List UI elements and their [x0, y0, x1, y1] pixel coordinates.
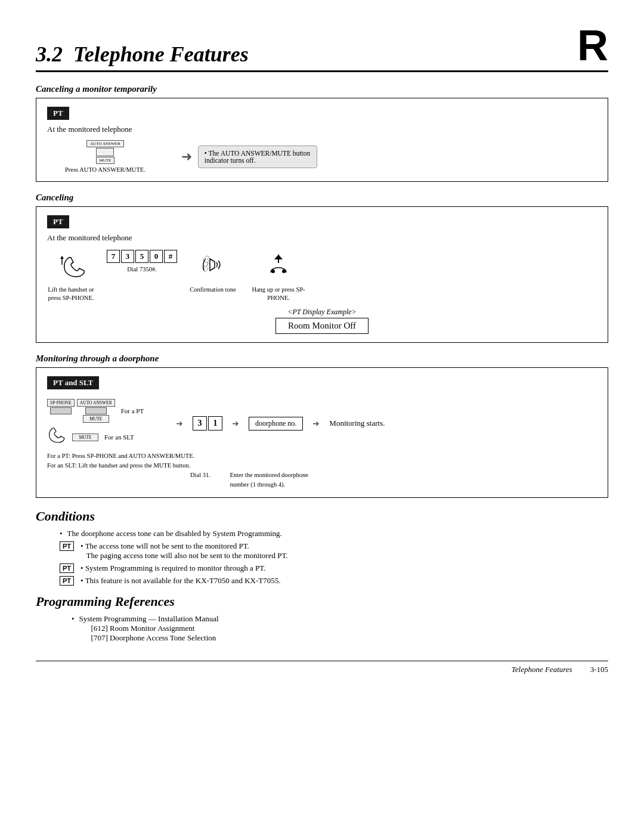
key-hash: #: [164, 250, 177, 263]
pt-btn-row: SP-PHONE AUTO ANSWER MUTE For a PT: [47, 399, 166, 423]
doorphone-caption-enter: Enter the monitored doorphone number (1 …: [230, 470, 308, 490]
step-3-label: Confirmation tone: [190, 286, 236, 294]
doorphone-dial-keys: 3 1: [193, 416, 222, 431]
auto-answer-btn-label: AUTO ANSWER: [86, 140, 123, 147]
hang-up-icon: [264, 250, 293, 283]
cancel-temp-diagram: AUTO ANSWER MUTE Press AUTO ANSWER/MUTE.: [65, 140, 145, 173]
display-example-label: <PT Display Example>: [47, 308, 597, 317]
auto-answer-diagram: AUTO ANSWER MUTE: [86, 140, 123, 164]
step-2-label: Dial 7350#.: [127, 265, 157, 274]
condition-1: • The doorphone access tone can be disab…: [60, 529, 608, 538]
step-2: 7 3 5 0 # Dial 7350#.: [107, 250, 177, 274]
prog-ref-heading: Programming References: [36, 594, 608, 609]
step-1-label: Lift the handset orpress SP-PHONE.: [48, 286, 94, 302]
section-heading-canceling: Canceling: [36, 193, 608, 203]
handset-icon-slt: [47, 426, 69, 448]
doorphone-caption-dial: Dial 31.: [190, 470, 210, 480]
step-4-label: Hang up or press SP-PHONE.: [249, 286, 308, 302]
condition-2: PT • The access tone will not be sent to…: [60, 541, 608, 561]
monitoring-starts: Monitoring starts.: [329, 419, 385, 428]
svg-point-4: [271, 270, 275, 273]
section-heading-cancel-temp: Canceling a monitor temporarily: [36, 84, 608, 94]
condition-3-text: • System Programming is required to moni…: [80, 563, 266, 573]
doorphone-no-container: doorphone no.: [249, 417, 303, 431]
mute-btn-bottom: MUTE: [72, 433, 98, 441]
sp-phone-btn: SP-PHONE: [47, 399, 75, 407]
display-box: Room Monitor Off: [275, 318, 369, 334]
doorphone-arrow: ➜: [176, 419, 183, 429]
doorphone-caption-slt: For an SLT: Lift the handset and press t…: [47, 461, 597, 470]
doorphone-dial: 3 1: [193, 416, 222, 431]
condition-4-text: • This feature is not available for the …: [80, 576, 280, 586]
condition-1-text: The doorphone access tone can be disable…: [67, 529, 282, 538]
footer-title: Telephone Features: [512, 665, 572, 674]
doorphone-caption-pt: For a PT: Press SP-PHONE and AUTO ANSWER…: [47, 451, 597, 461]
display-example: <PT Display Example> Room Monitor Off: [47, 308, 597, 334]
condition-4: PT • This feature is not available for t…: [60, 576, 608, 586]
pt-badge-3: PT: [60, 563, 74, 573]
prog-refs-content: • System Programming — Installation Manu…: [72, 614, 608, 643]
pt-buttons: SP-PHONE AUTO ANSWER MUTE: [47, 399, 115, 423]
page-footer: Telephone Features 3-105: [36, 661, 608, 674]
step-3: Confirmation tone: [189, 250, 237, 294]
key-0: 0: [150, 250, 163, 263]
cancel-callout-text: • The AUTO ANSWER/MUTE button indicator …: [205, 150, 310, 164]
for-pt-label: For a PT: [121, 407, 144, 414]
pt-slt-label: PT and SLT: [47, 376, 99, 389]
step-1: Lift the handset orpress SP-PHONE.: [47, 250, 95, 302]
page-header: 3.2 Telephone Features R: [36, 24, 608, 72]
handset-icon: [56, 250, 86, 283]
chapter-number: 3.2: [36, 42, 63, 67]
step-4: Hang up or press SP-PHONE.: [249, 250, 308, 302]
canceling-steps-row: Lift the handset orpress SP-PHONE. 7 3 5…: [47, 250, 597, 302]
canceling-box: PT At the monitored telephone Lift the h…: [36, 206, 608, 343]
dial-key-1: 1: [208, 416, 222, 431]
conditions-content: • The doorphone access tone can be disab…: [60, 529, 608, 586]
chapter-title: Telephone Features: [73, 42, 249, 67]
prog-ref-1: • System Programming — Installation Manu…: [72, 614, 608, 643]
key-5: 5: [135, 250, 148, 263]
canceling-subtitle: At the monitored telephone: [47, 233, 597, 243]
prog-ref-1-subitems: [612] Room Monitor Assignment [707] Door…: [91, 624, 219, 643]
pt-label-cancel-temp: PT: [47, 107, 69, 120]
section-heading-doorphone: Monitoring through a doorphone: [36, 354, 608, 364]
doorphone-left-panel: SP-PHONE AUTO ANSWER MUTE For a PT: [47, 399, 166, 448]
cancel-temp-subtitle: At the monitored telephone: [47, 125, 597, 134]
for-slt-label: For an SLT: [104, 433, 134, 441]
doorphone-box: PT and SLT SP-PHONE AUTO ANSWER MUTE Fo: [36, 367, 608, 498]
pt-badge-4: PT: [60, 576, 74, 586]
key-3: 3: [121, 250, 134, 263]
prog-ref-1-text: System Programming — Installation Manual: [79, 614, 219, 624]
condition-3: PT • System Programming is required to m…: [60, 563, 608, 573]
mute-btn-label: MUTE: [96, 157, 115, 164]
mute-btn-top: MUTE: [83, 415, 109, 423]
svg-point-5: [282, 270, 286, 273]
svg-marker-1: [60, 256, 64, 259]
doorphone-arrow-3: ➜: [312, 419, 320, 429]
cancel-temp-box: PT At the monitored telephone AUTO ANSWE…: [36, 98, 608, 182]
pt-label-canceling: PT: [47, 215, 69, 228]
confirmation-tone-icon: [198, 250, 228, 283]
prog-ref-subitem-1: [612] Room Monitor Assignment: [91, 624, 219, 633]
press-label: Press AUTO ANSWER/MUTE.: [65, 166, 145, 173]
footer-page: 3-105: [590, 665, 608, 674]
cancel-callout: • The AUTO ANSWER/MUTE button indicator …: [198, 145, 317, 168]
auto-answer-btn: AUTO ANSWER: [77, 399, 115, 407]
dial-key-3: 3: [193, 416, 207, 431]
key-7: 7: [107, 250, 120, 263]
pt-badge-2: PT: [60, 541, 74, 551]
doorphone-steps-row: SP-PHONE AUTO ANSWER MUTE For a PT: [47, 399, 597, 448]
doorphone-arrow-2: ➜: [232, 419, 239, 429]
slt-btn-row: MUTE For an SLT: [47, 426, 166, 448]
doorphone-no-box: doorphone no.: [249, 417, 303, 431]
chapter-letter: R: [577, 24, 608, 67]
prog-ref-subitem-2: [707] Doorphone Access Tone Selection: [91, 633, 219, 643]
dial-keys: 7 3 5 0 #: [107, 250, 177, 263]
condition-2-text: • The access tone will not be sent to th…: [80, 541, 288, 561]
doorphone-captions: For a PT: Press SP-PHONE and AUTO ANSWER…: [47, 451, 597, 489]
conditions-heading: Conditions: [36, 509, 608, 524]
